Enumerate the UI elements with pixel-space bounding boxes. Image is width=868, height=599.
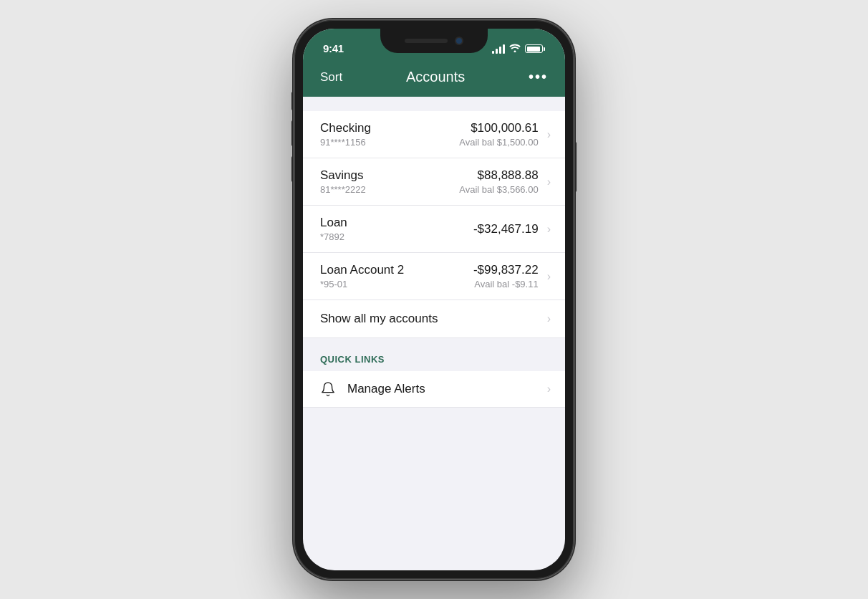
balance-amount-loan: -$32,467.19 bbox=[473, 222, 539, 236]
chevron-icon-savings: › bbox=[547, 176, 551, 188]
status-icons bbox=[492, 43, 545, 54]
page-title: Accounts bbox=[406, 69, 465, 85]
chevron-icon-show-all: › bbox=[547, 312, 551, 325]
balance-amount-savings: $88,888.88 bbox=[459, 168, 538, 183]
quick-links-list: Manage Alerts › bbox=[303, 371, 565, 408]
phone-device: 9:41 bbox=[294, 20, 574, 579]
status-time: 9:41 bbox=[323, 42, 344, 54]
account-balance-checking: $100,000.61 Avail bal $1,500.00 bbox=[459, 121, 538, 148]
account-info-loan: Loan *7892 bbox=[320, 216, 473, 242]
chevron-icon-checking: › bbox=[547, 128, 551, 141]
phone-screen: 9:41 bbox=[303, 29, 565, 570]
account-name-loan2: Loan Account 2 bbox=[320, 263, 473, 277]
speaker bbox=[405, 39, 448, 43]
account-info-loan2: Loan Account 2 *95-01 bbox=[320, 263, 473, 289]
signal-icon bbox=[492, 44, 505, 54]
nav-bar: Sort Accounts ••• bbox=[303, 60, 565, 97]
account-name-loan: Loan bbox=[320, 216, 473, 230]
wifi-icon bbox=[509, 43, 521, 54]
balance-amount-checking: $100,000.61 bbox=[459, 121, 538, 135]
content-area: Checking 91****1156 $100,000.61 Avail ba… bbox=[303, 97, 565, 408]
account-name-savings: Savings bbox=[320, 168, 459, 183]
notch bbox=[380, 29, 488, 53]
top-spacer bbox=[303, 97, 565, 111]
front-camera bbox=[455, 37, 463, 45]
quick-links-header: QUICK LINKS bbox=[303, 338, 565, 371]
quick-links-title: QUICK LINKS bbox=[320, 354, 385, 365]
account-balance-savings: $88,888.88 Avail bal $3,566.00 bbox=[459, 168, 538, 195]
account-info-checking: Checking 91****1156 bbox=[320, 121, 459, 148]
account-row-loan[interactable]: Loan *7892 -$32,467.19 › bbox=[303, 206, 565, 253]
balance-avail-savings: Avail bal $3,566.00 bbox=[459, 184, 538, 195]
sort-button[interactable]: Sort bbox=[320, 70, 342, 85]
more-button[interactable]: ••• bbox=[529, 69, 548, 85]
account-info-savings: Savings 81****2222 bbox=[320, 168, 459, 195]
show-all-label: Show all my accounts bbox=[320, 312, 547, 326]
account-number-loan: *7892 bbox=[320, 231, 473, 242]
account-number-savings: 81****2222 bbox=[320, 184, 459, 195]
bell-icon bbox=[320, 381, 336, 397]
balance-amount-loan2: -$99,837.22 bbox=[473, 263, 539, 277]
account-balance-loan2: -$99,837.22 Avail bal -$9.11 bbox=[473, 263, 539, 289]
account-row-checking[interactable]: Checking 91****1156 $100,000.61 Avail ba… bbox=[303, 111, 565, 158]
quick-link-manage-alerts[interactable]: Manage Alerts › bbox=[303, 371, 565, 408]
account-number-checking: 91****1156 bbox=[320, 137, 459, 148]
chevron-icon-loan2: › bbox=[547, 270, 551, 283]
account-row-savings[interactable]: Savings 81****2222 $88,888.88 Avail bal … bbox=[303, 158, 565, 206]
account-name-checking: Checking bbox=[320, 121, 459, 135]
chevron-icon-alerts: › bbox=[547, 383, 551, 396]
account-balance-loan: -$32,467.19 bbox=[473, 222, 539, 236]
chevron-icon-loan: › bbox=[547, 223, 551, 236]
manage-alerts-label: Manage Alerts bbox=[347, 382, 547, 396]
accounts-list: Checking 91****1156 $100,000.61 Avail ba… bbox=[303, 111, 565, 300]
account-row-loan2[interactable]: Loan Account 2 *95-01 -$99,837.22 Avail … bbox=[303, 253, 565, 300]
show-all-accounts-row[interactable]: Show all my accounts › bbox=[303, 300, 565, 337]
battery-icon bbox=[525, 44, 545, 53]
balance-avail-loan2: Avail bal -$9.11 bbox=[473, 279, 539, 289]
balance-avail-checking: Avail bal $1,500.00 bbox=[459, 137, 538, 148]
power-button bbox=[574, 142, 577, 192]
phone-frame: 9:41 bbox=[294, 20, 574, 579]
account-number-loan2: *95-01 bbox=[320, 279, 473, 289]
